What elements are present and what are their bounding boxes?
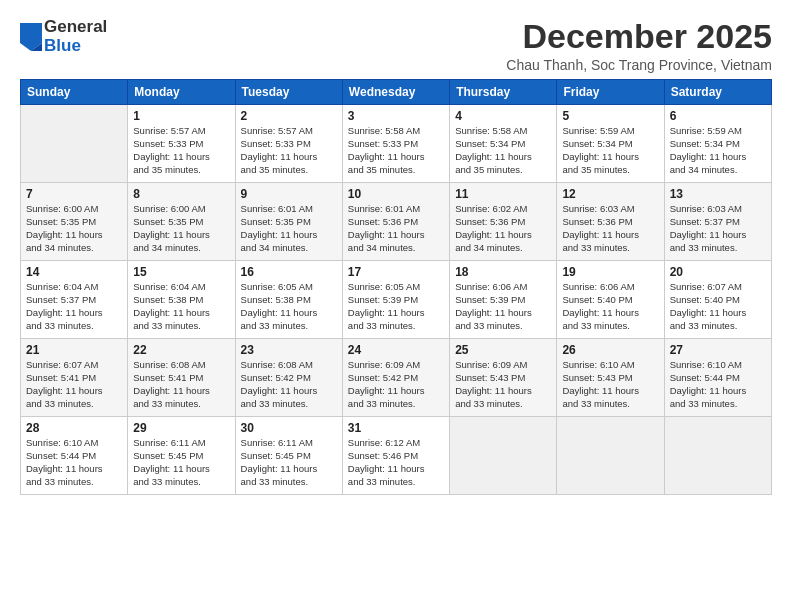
day-number: 20 bbox=[670, 265, 766, 279]
weekday-header-thursday: Thursday bbox=[450, 80, 557, 105]
day-number: 1 bbox=[133, 109, 229, 123]
day-info: Sunrise: 5:58 AM Sunset: 5:33 PM Dayligh… bbox=[348, 125, 444, 176]
title-block: December 2025 Chau Thanh, Soc Trang Prov… bbox=[506, 18, 772, 73]
day-info: Sunrise: 5:57 AM Sunset: 5:33 PM Dayligh… bbox=[133, 125, 229, 176]
calendar-week-4: 21Sunrise: 6:07 AM Sunset: 5:41 PM Dayli… bbox=[21, 339, 772, 417]
day-number: 4 bbox=[455, 109, 551, 123]
logo-text: General Blue bbox=[44, 18, 107, 55]
day-info: Sunrise: 6:11 AM Sunset: 5:45 PM Dayligh… bbox=[241, 437, 337, 488]
day-info: Sunrise: 6:11 AM Sunset: 5:45 PM Dayligh… bbox=[133, 437, 229, 488]
day-number: 26 bbox=[562, 343, 658, 357]
day-info: Sunrise: 6:01 AM Sunset: 5:36 PM Dayligh… bbox=[348, 203, 444, 254]
calendar-cell: 14Sunrise: 6:04 AM Sunset: 5:37 PM Dayli… bbox=[21, 261, 128, 339]
day-number: 23 bbox=[241, 343, 337, 357]
day-number: 7 bbox=[26, 187, 122, 201]
day-number: 2 bbox=[241, 109, 337, 123]
day-info: Sunrise: 6:05 AM Sunset: 5:38 PM Dayligh… bbox=[241, 281, 337, 332]
calendar-cell: 1Sunrise: 5:57 AM Sunset: 5:33 PM Daylig… bbox=[128, 105, 235, 183]
calendar-cell: 27Sunrise: 6:10 AM Sunset: 5:44 PM Dayli… bbox=[664, 339, 771, 417]
calendar-cell bbox=[21, 105, 128, 183]
calendar-cell: 24Sunrise: 6:09 AM Sunset: 5:42 PM Dayli… bbox=[342, 339, 449, 417]
calendar-cell: 15Sunrise: 6:04 AM Sunset: 5:38 PM Dayli… bbox=[128, 261, 235, 339]
day-number: 3 bbox=[348, 109, 444, 123]
day-number: 13 bbox=[670, 187, 766, 201]
day-info: Sunrise: 6:06 AM Sunset: 5:39 PM Dayligh… bbox=[455, 281, 551, 332]
calendar-cell bbox=[450, 417, 557, 495]
weekday-header-wednesday: Wednesday bbox=[342, 80, 449, 105]
calendar-cell: 20Sunrise: 6:07 AM Sunset: 5:40 PM Dayli… bbox=[664, 261, 771, 339]
day-number: 31 bbox=[348, 421, 444, 435]
calendar-cell: 3Sunrise: 5:58 AM Sunset: 5:33 PM Daylig… bbox=[342, 105, 449, 183]
calendar-cell: 13Sunrise: 6:03 AM Sunset: 5:37 PM Dayli… bbox=[664, 183, 771, 261]
day-info: Sunrise: 6:07 AM Sunset: 5:40 PM Dayligh… bbox=[670, 281, 766, 332]
day-info: Sunrise: 6:03 AM Sunset: 5:36 PM Dayligh… bbox=[562, 203, 658, 254]
calendar-cell: 19Sunrise: 6:06 AM Sunset: 5:40 PM Dayli… bbox=[557, 261, 664, 339]
day-info: Sunrise: 6:06 AM Sunset: 5:40 PM Dayligh… bbox=[562, 281, 658, 332]
calendar-cell: 28Sunrise: 6:10 AM Sunset: 5:44 PM Dayli… bbox=[21, 417, 128, 495]
calendar-cell: 2Sunrise: 5:57 AM Sunset: 5:33 PM Daylig… bbox=[235, 105, 342, 183]
day-info: Sunrise: 6:05 AM Sunset: 5:39 PM Dayligh… bbox=[348, 281, 444, 332]
weekday-header-tuesday: Tuesday bbox=[235, 80, 342, 105]
calendar-cell: 9Sunrise: 6:01 AM Sunset: 5:35 PM Daylig… bbox=[235, 183, 342, 261]
calendar-cell: 11Sunrise: 6:02 AM Sunset: 5:36 PM Dayli… bbox=[450, 183, 557, 261]
day-number: 22 bbox=[133, 343, 229, 357]
day-number: 6 bbox=[670, 109, 766, 123]
calendar-week-1: 1Sunrise: 5:57 AM Sunset: 5:33 PM Daylig… bbox=[21, 105, 772, 183]
calendar-cell: 30Sunrise: 6:11 AM Sunset: 5:45 PM Dayli… bbox=[235, 417, 342, 495]
calendar-cell: 26Sunrise: 6:10 AM Sunset: 5:43 PM Dayli… bbox=[557, 339, 664, 417]
day-number: 29 bbox=[133, 421, 229, 435]
day-info: Sunrise: 6:09 AM Sunset: 5:42 PM Dayligh… bbox=[348, 359, 444, 410]
calendar-cell bbox=[557, 417, 664, 495]
day-info: Sunrise: 6:01 AM Sunset: 5:35 PM Dayligh… bbox=[241, 203, 337, 254]
day-number: 5 bbox=[562, 109, 658, 123]
calendar-cell: 29Sunrise: 6:11 AM Sunset: 5:45 PM Dayli… bbox=[128, 417, 235, 495]
calendar-cell: 6Sunrise: 5:59 AM Sunset: 5:34 PM Daylig… bbox=[664, 105, 771, 183]
day-info: Sunrise: 6:04 AM Sunset: 5:37 PM Dayligh… bbox=[26, 281, 122, 332]
day-info: Sunrise: 6:00 AM Sunset: 5:35 PM Dayligh… bbox=[133, 203, 229, 254]
day-info: Sunrise: 6:07 AM Sunset: 5:41 PM Dayligh… bbox=[26, 359, 122, 410]
day-info: Sunrise: 6:09 AM Sunset: 5:43 PM Dayligh… bbox=[455, 359, 551, 410]
day-info: Sunrise: 5:59 AM Sunset: 5:34 PM Dayligh… bbox=[562, 125, 658, 176]
day-info: Sunrise: 6:08 AM Sunset: 5:42 PM Dayligh… bbox=[241, 359, 337, 410]
day-number: 9 bbox=[241, 187, 337, 201]
day-number: 19 bbox=[562, 265, 658, 279]
calendar-cell: 23Sunrise: 6:08 AM Sunset: 5:42 PM Dayli… bbox=[235, 339, 342, 417]
day-number: 16 bbox=[241, 265, 337, 279]
logo-blue-text: Blue bbox=[44, 37, 107, 56]
weekday-header-friday: Friday bbox=[557, 80, 664, 105]
logo: General Blue bbox=[20, 18, 107, 55]
day-info: Sunrise: 6:02 AM Sunset: 5:36 PM Dayligh… bbox=[455, 203, 551, 254]
calendar-cell: 10Sunrise: 6:01 AM Sunset: 5:36 PM Dayli… bbox=[342, 183, 449, 261]
day-info: Sunrise: 6:10 AM Sunset: 5:43 PM Dayligh… bbox=[562, 359, 658, 410]
day-number: 30 bbox=[241, 421, 337, 435]
day-number: 10 bbox=[348, 187, 444, 201]
day-number: 8 bbox=[133, 187, 229, 201]
calendar-week-5: 28Sunrise: 6:10 AM Sunset: 5:44 PM Dayli… bbox=[21, 417, 772, 495]
calendar-cell: 31Sunrise: 6:12 AM Sunset: 5:46 PM Dayli… bbox=[342, 417, 449, 495]
day-number: 25 bbox=[455, 343, 551, 357]
day-info: Sunrise: 6:03 AM Sunset: 5:37 PM Dayligh… bbox=[670, 203, 766, 254]
calendar-cell bbox=[664, 417, 771, 495]
day-number: 27 bbox=[670, 343, 766, 357]
day-info: Sunrise: 5:57 AM Sunset: 5:33 PM Dayligh… bbox=[241, 125, 337, 176]
calendar-cell: 5Sunrise: 5:59 AM Sunset: 5:34 PM Daylig… bbox=[557, 105, 664, 183]
day-number: 11 bbox=[455, 187, 551, 201]
day-number: 12 bbox=[562, 187, 658, 201]
weekday-header-saturday: Saturday bbox=[664, 80, 771, 105]
day-number: 21 bbox=[26, 343, 122, 357]
day-info: Sunrise: 6:10 AM Sunset: 5:44 PM Dayligh… bbox=[26, 437, 122, 488]
location-subtitle: Chau Thanh, Soc Trang Province, Vietnam bbox=[506, 57, 772, 73]
day-number: 24 bbox=[348, 343, 444, 357]
calendar-cell: 18Sunrise: 6:06 AM Sunset: 5:39 PM Dayli… bbox=[450, 261, 557, 339]
day-info: Sunrise: 6:04 AM Sunset: 5:38 PM Dayligh… bbox=[133, 281, 229, 332]
month-title: December 2025 bbox=[506, 18, 772, 55]
calendar-cell: 25Sunrise: 6:09 AM Sunset: 5:43 PM Dayli… bbox=[450, 339, 557, 417]
page: General Blue December 2025 Chau Thanh, S… bbox=[0, 0, 792, 612]
weekday-header-row: SundayMondayTuesdayWednesdayThursdayFrid… bbox=[21, 80, 772, 105]
calendar-week-3: 14Sunrise: 6:04 AM Sunset: 5:37 PM Dayli… bbox=[21, 261, 772, 339]
header: General Blue December 2025 Chau Thanh, S… bbox=[20, 18, 772, 73]
day-info: Sunrise: 6:12 AM Sunset: 5:46 PM Dayligh… bbox=[348, 437, 444, 488]
day-info: Sunrise: 5:59 AM Sunset: 5:34 PM Dayligh… bbox=[670, 125, 766, 176]
calendar-cell: 7Sunrise: 6:00 AM Sunset: 5:35 PM Daylig… bbox=[21, 183, 128, 261]
day-number: 15 bbox=[133, 265, 229, 279]
